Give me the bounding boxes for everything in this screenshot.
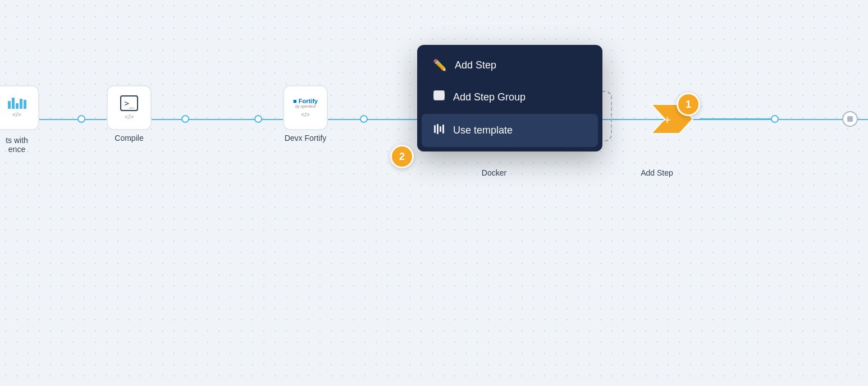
library-icon <box>8 98 26 109</box>
step-tag-fortify: </> <box>301 111 310 118</box>
node-partial-left: </> ts with ence <box>0 85 39 154</box>
node-label-compile: Compile <box>115 134 143 143</box>
fortify-logo: ■ Fortify by opentext <box>293 98 318 109</box>
menu-label-add-step-group: Add Step Group <box>453 91 526 103</box>
node-label-fortify: Devx Fortify <box>285 134 327 143</box>
node-compile[interactable]: >_ </> Compile <box>107 85 152 143</box>
svg-rect-1 <box>434 91 444 98</box>
connector-dot-3 <box>254 115 262 123</box>
step-card-compile[interactable]: >_ </> <box>107 85 152 130</box>
add-step-label: Add Step <box>601 168 713 177</box>
menu-item-use-template[interactable]: Use template <box>422 114 598 147</box>
end-node <box>842 111 858 127</box>
pencil-icon: ✏️ <box>433 58 447 72</box>
fortify-logo-text: ■ Fortify <box>293 98 318 104</box>
menu-label-add-step: Add Step <box>455 59 496 71</box>
step-tag: </> <box>12 111 21 118</box>
menu-item-add-step-group[interactable]: Add Step Group <box>422 81 598 114</box>
context-menu: ✏️ Add Step Add Step Group <box>417 45 602 151</box>
step-card-partial[interactable]: </> <box>0 85 39 130</box>
plus-icon: + <box>664 113 671 127</box>
fortify-logo-sub: by opentext <box>295 104 316 109</box>
step-tag-compile: </> <box>125 113 134 120</box>
template-library-icon <box>433 123 445 138</box>
end-node-inner <box>847 116 853 122</box>
svg-rect-4 <box>440 126 441 132</box>
pipeline-canvas: </> ts with ence >_ </> Compile ■ Fortif… <box>0 0 868 386</box>
menu-label-use-template: Use template <box>453 125 513 136</box>
svg-rect-5 <box>442 125 444 134</box>
svg-rect-2 <box>434 125 436 133</box>
connector-dot-1 <box>77 115 85 123</box>
node-label-docker: Docker <box>460 168 528 177</box>
badge-1: 1 <box>677 93 700 116</box>
badge-2: 2 <box>390 145 414 168</box>
connector-dot-end <box>771 115 779 123</box>
connector-dot-4 <box>360 115 368 123</box>
node-label-line2: ence <box>6 145 28 154</box>
step-card-fortify[interactable]: ■ Fortify by opentext </> <box>283 85 328 130</box>
menu-item-add-step[interactable]: ✏️ Add Step <box>422 49 598 81</box>
connector-dot-2 <box>181 115 189 123</box>
layers-icon <box>433 90 445 105</box>
svg-rect-3 <box>437 124 438 134</box>
node-fortify[interactable]: ■ Fortify by opentext </> Devx Fortify <box>283 85 328 143</box>
post-arrow-line <box>700 118 778 120</box>
node-label-line1: ts with <box>6 136 28 145</box>
terminal-icon: >_ <box>120 95 139 111</box>
